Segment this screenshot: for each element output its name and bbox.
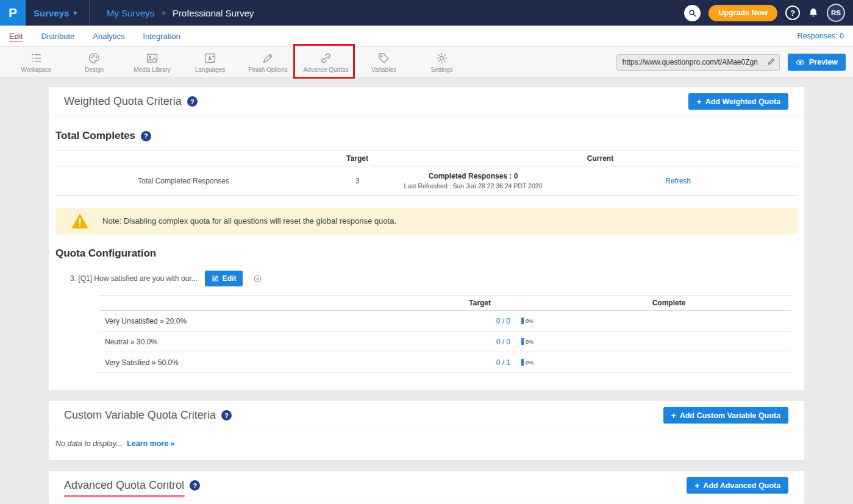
toolbar-item-design[interactable]: Design	[65, 52, 123, 73]
toolbar-item-label: Settings	[430, 66, 452, 73]
edit-icon	[212, 275, 219, 282]
advanced-quota-card: Advanced Quota Control ? + Add Advanced …	[49, 471, 804, 504]
toolbar-right: Preview	[616, 54, 853, 71]
plus-icon: +	[671, 411, 676, 421]
quota-config-title: Quota Configuration	[55, 247, 798, 260]
custom-variable-quota-empty: No data to display... Learn more »	[49, 430, 804, 460]
advanced-quota-title-wrap: Advanced Quota Control ?	[64, 479, 200, 492]
logo-letter: P	[9, 5, 17, 20]
weighted-quota-card: Weighted Quota Criteria ? + Add Weighted…	[49, 87, 804, 390]
toolbar-item-media-library[interactable]: Media Library	[123, 52, 181, 73]
plus-icon: +	[696, 97, 701, 107]
breadcrumb-my-surveys[interactable]: My Surveys	[107, 8, 154, 18]
quota-question-label: 3. [Q1] How satisfied are you with our..…	[70, 274, 198, 283]
edit-button-label: Edit	[223, 274, 237, 283]
tab-distribute[interactable]: Distribute	[41, 32, 74, 41]
toolbar-item-workspace[interactable]: Workspace	[7, 52, 65, 73]
learn-more-link[interactable]: Learn more »	[127, 439, 175, 448]
annotation-underline	[64, 495, 185, 497]
eye-icon	[796, 58, 805, 67]
help-icon[interactable]: ?	[785, 5, 800, 20]
toolbar-item-label: Advance Quotas	[304, 66, 349, 73]
toolbar-item-finish-options[interactable]: Finish Options	[239, 52, 297, 73]
languages-icon	[204, 52, 216, 65]
total-completes-title: Total Completes	[55, 130, 135, 142]
quota-question-row: 3. [Q1] How satisfied are you with our..…	[70, 271, 798, 286]
add-advanced-quota-button[interactable]: + Add Advanced Quota	[687, 477, 788, 494]
col-target: Target	[312, 154, 403, 163]
custom-variable-quota-card: Custom Variable Quota Criteria ? + Add C…	[49, 401, 804, 460]
total-completes-row-label: Total Completed Responses	[55, 177, 312, 185]
notifications-icon[interactable]	[808, 7, 819, 18]
custom-variable-quota-help-icon[interactable]: ?	[221, 410, 232, 421]
quota-progress: 0%	[510, 359, 547, 366]
add-weighted-quota-button[interactable]: + Add Weighted Quota	[688, 93, 788, 110]
tab-analytics[interactable]: Analytics	[93, 32, 124, 41]
avatar[interactable]: RS	[827, 4, 845, 22]
toolbar-item-label: Languages	[195, 66, 226, 73]
add-custom-variable-quota-button[interactable]: + Add Custom Variable Quota	[663, 407, 789, 424]
settings-icon	[435, 52, 448, 65]
weighted-quota-help-icon[interactable]: ?	[187, 96, 198, 107]
quota-note-banner: Note: Disabling complex quota for all qu…	[55, 208, 798, 234]
questionpro-logo[interactable]: P	[0, 0, 26, 26]
progress-percent: 0%	[526, 318, 534, 324]
custom-variable-quota-header: Custom Variable Quota Criteria ? + Add C…	[49, 401, 804, 430]
quota-row-target: 0 / 1	[413, 358, 510, 367]
toolbar-item-label: Finish Options	[249, 66, 288, 73]
total-completes-help-icon[interactable]: ?	[141, 131, 151, 141]
finish-options-icon	[262, 52, 274, 65]
quota-progress: 0%	[510, 318, 547, 324]
total-completes-header-row: Target Current	[55, 151, 798, 166]
search-icon[interactable]	[684, 5, 701, 21]
custom-variable-quota-title: Custom Variable Quota Criteria	[64, 409, 216, 422]
advanced-quota-help-icon[interactable]: ?	[190, 480, 200, 491]
completed-responses-text: Completed Responses : 0	[429, 172, 518, 180]
edit-url-icon[interactable]	[767, 57, 776, 66]
tab-edit[interactable]: Edit	[9, 32, 23, 41]
quota-row-label: Very Satisfied » 50.0%	[99, 358, 413, 367]
add-advanced-quota-label: Add Advanced Quota	[703, 481, 780, 490]
edit-question-quota-button[interactable]: Edit	[205, 271, 243, 286]
add-custom-variable-quota-label: Add Custom Variable Quota	[680, 411, 780, 420]
tab-integration[interactable]: Integration	[143, 32, 180, 41]
toolbar-item-settings[interactable]: Settings	[413, 52, 471, 73]
toolbar-item-languages[interactable]: Languages	[181, 52, 239, 73]
quota-row-very-unsatisfied: Very Unsatisfied » 20.0% 0 / 0 0%	[99, 311, 791, 332]
responses-count[interactable]: Responses: 0	[798, 32, 844, 40]
toolbar-item-label: Workspace	[21, 66, 52, 73]
quota-row-target: 0 / 0	[413, 338, 510, 346]
quota-config-header-row: Target Complete	[99, 295, 791, 311]
advanced-quota-title: Advanced Quota Control	[64, 479, 184, 492]
toolbar-item-advance-quotas[interactable]: Advance Quotas	[297, 52, 355, 73]
last-refreshed-text: Last Refreshed : Sun Jun 28 22:36:24 PDT…	[404, 182, 543, 190]
quota-progress: 0%	[510, 338, 547, 345]
topbar: P Surveys ▾ My Surveys > Professional Su…	[0, 0, 853, 26]
warning-icon	[71, 213, 89, 229]
remove-quota-icon[interactable]	[253, 274, 262, 283]
weighted-quota-body: Total Completes ? Target Current Total C…	[49, 130, 804, 390]
toolbar-item-label: Design	[85, 66, 104, 73]
breadcrumb: My Surveys > Professional Survey	[107, 8, 254, 18]
workspace-icon	[30, 52, 43, 65]
plus-icon: +	[694, 481, 699, 491]
toolbar-item-variables[interactable]: Variables	[355, 52, 413, 73]
add-weighted-quota-label: Add Weighted Quota	[705, 98, 780, 106]
refresh-link[interactable]: Refresh	[543, 177, 798, 185]
product-label: Surveys	[34, 8, 69, 18]
col-current: Current	[403, 154, 798, 163]
survey-url-wrap	[616, 54, 780, 71]
content-area: Weighted Quota Criteria ? + Add Weighted…	[0, 78, 853, 504]
quota-note-text: Note: Disabling complex quota for all qu…	[102, 216, 396, 225]
quota-row-neutral: Neutral » 30.0% 0 / 0 0%	[99, 332, 791, 352]
quota-row-target: 0 / 0	[413, 317, 510, 325]
weighted-quota-title-wrap: Weighted Quota Criteria ?	[64, 95, 198, 108]
preview-button[interactable]: Preview	[788, 54, 846, 71]
quota-config-table: Target Complete Very Unsatisfied » 20.0%…	[99, 295, 791, 390]
quotas-icon	[319, 52, 332, 65]
product-switcher[interactable]: Surveys ▾	[34, 8, 77, 18]
upgrade-button[interactable]: Upgrade Now	[708, 5, 777, 21]
survey-url-input[interactable]	[616, 54, 780, 71]
weighted-quota-header: Weighted Quota Criteria ? + Add Weighted…	[49, 87, 804, 116]
quota-row-label: Neutral » 30.0%	[99, 338, 413, 346]
